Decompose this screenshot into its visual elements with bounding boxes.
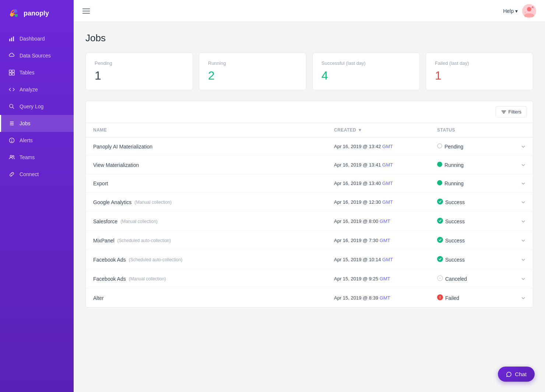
gmt-label: GMT bbox=[382, 181, 393, 186]
job-name-cell: Salesforce (Manual collection) bbox=[93, 218, 334, 224]
gmt-label: GMT bbox=[380, 238, 390, 243]
table-row[interactable]: Facebook Ads (Manual collection) Apr 15,… bbox=[86, 269, 533, 288]
user-avatar[interactable] bbox=[522, 4, 536, 18]
gmt-label: GMT bbox=[380, 276, 390, 281]
col-header-created[interactable]: Created ▼ bbox=[334, 127, 437, 133]
jobs-toolbar: Filters bbox=[86, 101, 533, 123]
status-label: Running bbox=[444, 181, 464, 186]
svg-point-11 bbox=[10, 104, 13, 108]
row-expand-button[interactable] bbox=[511, 238, 525, 243]
svg-rect-6 bbox=[13, 36, 14, 41]
job-name-cell: Panoply AI Materialization bbox=[93, 144, 334, 150]
row-expand-button[interactable] bbox=[511, 258, 525, 262]
sidebar-navigation: Dashboard Data Sources Tables Analyze Qu… bbox=[0, 27, 74, 186]
job-status-cell: Running bbox=[437, 180, 511, 186]
stat-label-pending: Pending bbox=[95, 60, 184, 66]
job-date-cell: Apr 16, 2019 @ 12:30 GMT bbox=[334, 199, 437, 205]
sidebar-item-tables[interactable]: Tables bbox=[0, 64, 74, 81]
jobs-table-section: Filters Name Created ▼ Status Panoply AI… bbox=[85, 101, 533, 308]
col-header-name: Name bbox=[93, 127, 334, 133]
svg-point-1 bbox=[10, 13, 14, 17]
row-expand-button[interactable] bbox=[511, 200, 525, 204]
svg-rect-8 bbox=[12, 70, 14, 72]
sidebar-item-alerts-label: Alerts bbox=[20, 137, 33, 143]
sidebar-item-teams[interactable]: Teams bbox=[0, 149, 74, 166]
sort-arrow-icon: ▼ bbox=[358, 127, 362, 133]
logo[interactable]: panoply bbox=[0, 0, 74, 27]
status-label: Failed bbox=[445, 295, 459, 301]
svg-point-3 bbox=[15, 14, 18, 17]
table-row[interactable]: Export Apr 16, 2019 @ 13:40 GMT Running bbox=[86, 174, 533, 193]
row-expand-button[interactable] bbox=[511, 144, 525, 149]
chevron-down-icon bbox=[521, 219, 525, 224]
status-label: Success bbox=[445, 199, 465, 205]
svg-point-27 bbox=[437, 218, 443, 224]
table-row[interactable]: Panoply AI Materialization Apr 16, 2019 … bbox=[86, 137, 533, 156]
sidebar-item-tables-label: Tables bbox=[20, 70, 34, 76]
row-expand-button[interactable] bbox=[511, 219, 525, 224]
menu-toggle[interactable] bbox=[82, 8, 90, 14]
status-icon bbox=[437, 199, 443, 206]
table-row[interactable]: MixPanel (Scheduled auto-collection) Apr… bbox=[86, 231, 533, 250]
help-label: Help bbox=[503, 8, 514, 14]
status-icon bbox=[437, 162, 442, 168]
stat-value-pending: 1 bbox=[95, 69, 184, 83]
sidebar-item-connect[interactable]: Connect bbox=[0, 166, 74, 183]
filters-label: Filters bbox=[509, 109, 521, 115]
stat-label-failed: Failed (last day) bbox=[435, 60, 524, 66]
job-status-cell: Pending bbox=[437, 143, 511, 150]
svg-point-2 bbox=[14, 9, 17, 13]
status-icon bbox=[437, 237, 443, 244]
table-row[interactable]: Facebook Ads (Scheduled auto-collection)… bbox=[86, 250, 533, 269]
table-header: Name Created ▼ Status bbox=[86, 123, 533, 137]
stat-value-success: 4 bbox=[321, 69, 411, 83]
table-row[interactable]: Google Analytics (Manual collection) Apr… bbox=[86, 193, 533, 212]
row-expand-button[interactable] bbox=[511, 277, 525, 281]
status-icon bbox=[437, 275, 443, 282]
job-status-cell: Canceled bbox=[437, 275, 511, 282]
logo-text: panoply bbox=[24, 10, 49, 17]
row-expand-button[interactable] bbox=[511, 181, 525, 186]
job-date-cell: Apr 15, 2019 @ 8:39 GMT bbox=[334, 295, 437, 301]
job-tag: (Manual collection) bbox=[120, 219, 158, 224]
help-button[interactable]: Help ▾ bbox=[503, 8, 518, 14]
chat-button[interactable]: Chat bbox=[498, 367, 535, 382]
sidebar-item-alerts[interactable]: Alerts bbox=[0, 132, 74, 149]
table-row[interactable]: Salesforce (Manual collection) Apr 16, 2… bbox=[86, 212, 533, 231]
svg-point-29 bbox=[437, 256, 443, 262]
sidebar-item-query-log-label: Query Log bbox=[20, 104, 43, 109]
table-row[interactable]: Alter Apr 15, 2019 @ 8:39 GMT Failed bbox=[86, 288, 533, 307]
sidebar-item-query-log[interactable]: Query Log bbox=[0, 98, 74, 115]
chevron-down-icon bbox=[521, 258, 525, 262]
svg-rect-10 bbox=[12, 73, 14, 75]
logo-icon bbox=[7, 7, 21, 20]
sidebar-item-analyze[interactable]: Analyze bbox=[0, 81, 74, 98]
sidebar-item-teams-label: Teams bbox=[20, 154, 35, 160]
job-status-cell: Success bbox=[437, 199, 511, 206]
table-row[interactable]: View Materialization Apr 16, 2019 @ 13:4… bbox=[86, 156, 533, 174]
sidebar-item-jobs[interactable]: Jobs bbox=[0, 115, 74, 132]
topbar-right: Help ▾ bbox=[503, 4, 536, 18]
grid-icon bbox=[8, 69, 15, 76]
svg-point-20 bbox=[13, 155, 14, 157]
job-status-cell: Running bbox=[437, 162, 511, 168]
bar-chart-icon bbox=[8, 35, 15, 42]
job-status-cell: Success bbox=[437, 237, 511, 244]
filters-button[interactable]: Filters bbox=[496, 106, 527, 118]
row-expand-button[interactable] bbox=[511, 163, 525, 167]
alert-icon bbox=[8, 137, 15, 144]
link-icon bbox=[8, 171, 15, 178]
sidebar-item-dashboard[interactable]: Dashboard bbox=[0, 30, 74, 47]
job-name-cell: MixPanel (Scheduled auto-collection) bbox=[93, 238, 334, 244]
svg-point-26 bbox=[437, 199, 443, 204]
filters-icon bbox=[501, 109, 506, 115]
status-label: Running bbox=[444, 162, 464, 168]
list-icon bbox=[8, 120, 15, 127]
row-expand-button[interactable] bbox=[511, 296, 525, 300]
chat-icon bbox=[506, 371, 512, 377]
sidebar-item-data-sources[interactable]: Data Sources bbox=[0, 47, 74, 64]
chevron-down-icon bbox=[521, 296, 525, 300]
job-status-cell: Failed bbox=[437, 294, 511, 301]
svg-rect-7 bbox=[9, 70, 11, 72]
job-status-cell: Success bbox=[437, 218, 511, 225]
